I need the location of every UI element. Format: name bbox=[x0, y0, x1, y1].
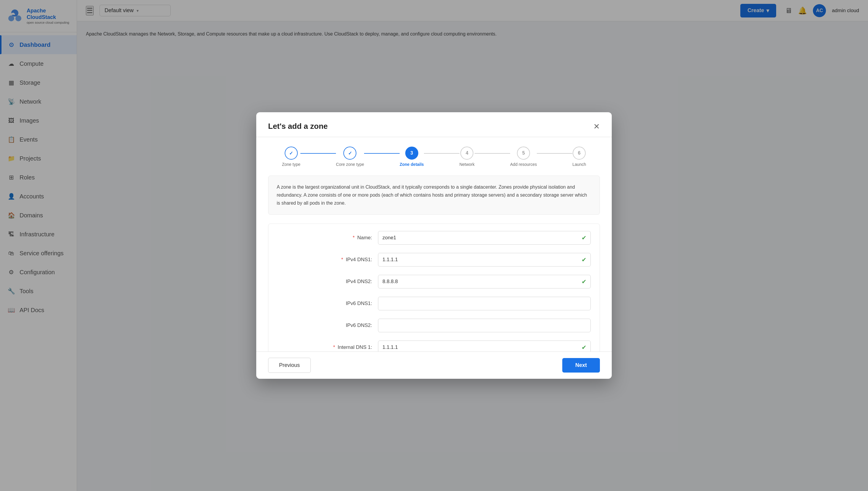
step-line-2-3 bbox=[364, 153, 400, 154]
zone-description-text: A zone is the largest organizational uni… bbox=[277, 183, 591, 207]
step-1-label: Zone type bbox=[282, 162, 300, 167]
ipv6-dns2-input-wrapper bbox=[378, 319, 591, 332]
form-row-ipv4-dns1: * IPv4 DNS1: ✔ bbox=[269, 249, 599, 271]
internal-dns1-input-wrapper: ✔ bbox=[378, 341, 591, 351]
name-input[interactable] bbox=[378, 231, 591, 244]
internal-dns1-valid-icon: ✔ bbox=[582, 344, 587, 351]
name-label: * Name: bbox=[277, 235, 372, 241]
step-6-circle: 6 bbox=[572, 147, 586, 160]
modal-header: Let's add a zone ✕ bbox=[256, 112, 612, 137]
ipv4-dns2-input-wrapper: ✔ bbox=[378, 275, 591, 288]
step-5: 5 Add resources bbox=[510, 147, 537, 167]
modal-footer: Previous Next bbox=[256, 351, 612, 379]
step-1: ✓ Zone type bbox=[282, 147, 300, 167]
ipv6-dns1-input-wrapper bbox=[378, 297, 591, 310]
internal-dns1-label: * Internal DNS 1: bbox=[277, 344, 372, 350]
step-2-label: Core zone type bbox=[336, 162, 364, 167]
step-6-label: Launch bbox=[572, 162, 586, 167]
ipv4-dns1-label: * IPv4 DNS1: bbox=[277, 257, 372, 263]
form-row-ipv4-dns2: IPv4 DNS2: ✔ bbox=[269, 271, 599, 293]
ipv4-dns2-label: IPv4 DNS2: bbox=[277, 279, 372, 285]
ipv4-dns2-valid-icon: ✔ bbox=[582, 278, 587, 285]
step-4-circle: 4 bbox=[460, 147, 473, 160]
modal-close-button[interactable]: ✕ bbox=[593, 123, 600, 130]
zone-details-form: * Name: ✔ * IPv4 DNS1: ✔ bbox=[268, 224, 600, 351]
step-3: 3 Zone details bbox=[400, 147, 424, 167]
add-zone-modal: Let's add a zone ✕ ✓ Zone type ✓ Core zo… bbox=[256, 112, 612, 379]
ipv6-dns2-label: IPv6 DNS2: bbox=[277, 322, 372, 328]
name-valid-icon: ✔ bbox=[582, 234, 587, 241]
stepper: ✓ Zone type ✓ Core zone type 3 Zone deta… bbox=[268, 147, 600, 167]
form-row-ipv6-dns2: IPv6 DNS2: bbox=[269, 315, 599, 337]
step-line-3-4 bbox=[424, 153, 459, 154]
form-row-ipv6-dns1: IPv6 DNS1: bbox=[269, 293, 599, 315]
ipv4-dns2-input[interactable] bbox=[378, 275, 591, 288]
ipv6-dns1-label: IPv6 DNS1: bbox=[277, 300, 372, 307]
modal-overlay: Let's add a zone ✕ ✓ Zone type ✓ Core zo… bbox=[0, 0, 868, 491]
step-6: 6 Launch bbox=[572, 147, 586, 167]
internal-dns1-input[interactable] bbox=[378, 341, 591, 351]
zone-description-box: A zone is the largest organizational uni… bbox=[268, 176, 600, 215]
ipv4-dns1-input-wrapper: ✔ bbox=[378, 253, 591, 266]
step-3-circle: 3 bbox=[405, 147, 418, 160]
form-row-name: * Name: ✔ bbox=[269, 227, 599, 249]
form-row-internal-dns1: * Internal DNS 1: ✔ bbox=[269, 337, 599, 351]
step-line-5-6 bbox=[537, 153, 572, 154]
step-4: 4 Network bbox=[459, 147, 475, 167]
step-3-label: Zone details bbox=[400, 162, 424, 167]
ipv6-dns1-input[interactable] bbox=[378, 297, 591, 310]
step-2: ✓ Core zone type bbox=[336, 147, 364, 167]
step-line-1-2 bbox=[300, 153, 336, 154]
ipv6-dns2-input[interactable] bbox=[378, 319, 591, 332]
step-4-label: Network bbox=[459, 162, 475, 167]
step-2-circle: ✓ bbox=[343, 147, 356, 160]
step-5-label: Add resources bbox=[510, 162, 537, 167]
previous-button[interactable]: Previous bbox=[268, 358, 311, 373]
ipv4-dns1-input[interactable] bbox=[378, 253, 591, 266]
step-1-circle: ✓ bbox=[285, 147, 298, 160]
name-input-wrapper: ✔ bbox=[378, 231, 591, 244]
modal-body: ✓ Zone type ✓ Core zone type 3 Zone deta… bbox=[256, 137, 612, 351]
modal-title: Let's add a zone bbox=[268, 122, 328, 131]
step-line-4-5 bbox=[475, 153, 510, 154]
next-button[interactable]: Next bbox=[562, 358, 600, 373]
ipv4-dns1-valid-icon: ✔ bbox=[582, 256, 587, 263]
step-5-circle: 5 bbox=[517, 147, 530, 160]
